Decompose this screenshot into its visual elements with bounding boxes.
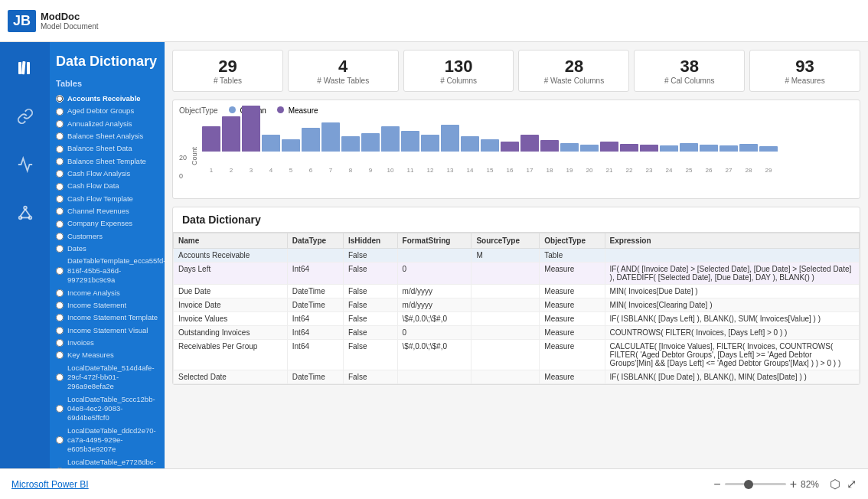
cell-4-4 bbox=[472, 312, 540, 326]
nav-item-balance-sheet-analysis[interactable]: Balance Sheet Analysis bbox=[56, 130, 158, 142]
nav-radio-income-statement[interactable] bbox=[56, 302, 64, 309]
nav-item-cash-flow-data[interactable]: Cash Flow Data bbox=[56, 180, 158, 192]
logo-text: ModDoc Model Document bbox=[41, 11, 99, 31]
table-row-6: Receivables Per GroupInt64False\$#,0.0\;… bbox=[174, 340, 860, 370]
nav-radio-income-statement-visual[interactable] bbox=[56, 327, 64, 334]
nav-item-balance-sheet-data[interactable]: Balance Sheet Data bbox=[56, 142, 158, 155]
nav-radio-local-date-table-3[interactable] bbox=[56, 436, 64, 444]
nav-radio-dates[interactable] bbox=[56, 245, 64, 253]
nav-radio-key-measures[interactable] bbox=[56, 351, 64, 359]
nav-item-key-measures[interactable]: Key Measures bbox=[56, 349, 158, 361]
nav-item-annualized-analysis[interactable]: Annualized Analysis bbox=[56, 118, 158, 130]
nav-radio-local-date-table-1[interactable] bbox=[56, 373, 64, 381]
nav-radio-channel-revenues[interactable] bbox=[56, 207, 64, 215]
svg-rect-0 bbox=[18, 62, 21, 74]
x-label-10: 10 bbox=[381, 167, 400, 174]
nav-radio-accounts-receivable[interactable] bbox=[56, 95, 64, 103]
nav-item-local-date-table-4[interactable]: LocalDateTable_e7728dbc-372f-4b1b-bdc9-c… bbox=[56, 456, 158, 468]
cell-4-2: False bbox=[344, 312, 398, 326]
cell-3-0: Invoice Date bbox=[174, 298, 288, 312]
cell-2-2: False bbox=[344, 285, 398, 298]
expand-button[interactable]: ⤢ bbox=[847, 477, 857, 491]
nav-radio-balance-sheet-analysis[interactable] bbox=[56, 132, 64, 140]
bar-12 bbox=[421, 135, 439, 152]
sidebar-icon-books[interactable] bbox=[7, 50, 44, 86]
stat-value-5: 93 bbox=[761, 57, 849, 77]
nav-radio-cash-flow-data[interactable] bbox=[56, 183, 64, 191]
cell-7-6: IF( ISBLANK( [Due Date] ), BLANK(), MIN(… bbox=[605, 370, 859, 384]
logo-title: ModDoc bbox=[41, 11, 99, 22]
cell-0-1 bbox=[287, 249, 343, 263]
x-label-18: 18 bbox=[540, 167, 559, 174]
nav-title: Data Dictionary bbox=[56, 54, 158, 70]
y-label-0: 0 bbox=[179, 172, 183, 180]
cell-0-4: M bbox=[472, 249, 540, 263]
zoom-percent: 82% bbox=[801, 479, 824, 490]
nav-label-income-statement: Income Statement bbox=[67, 301, 126, 310]
cell-1-0: Days Left bbox=[174, 263, 288, 285]
nav-label-local-date-table-2: LocalDateTable_5ccc12bb-04e8-4ec2-9083-6… bbox=[67, 395, 158, 423]
bar-2 bbox=[222, 116, 240, 152]
cell-0-3 bbox=[397, 249, 472, 263]
nav-item-local-date-table-1[interactable]: LocalDateTable_514d4afe-29cf-472f-bb01-2… bbox=[56, 362, 158, 393]
bar-16 bbox=[501, 142, 519, 152]
cell-2-6: MIN( Invoices[Due Date] ) bbox=[605, 285, 859, 298]
powerbi-link[interactable]: Microsoft Power BI bbox=[11, 479, 89, 490]
nav-radio-balance-sheet-data[interactable] bbox=[56, 145, 64, 153]
nav-item-income-statement[interactable]: Income Statement bbox=[56, 299, 158, 311]
cell-0-5: Table bbox=[540, 249, 605, 263]
stat-label-2: # Columns bbox=[415, 77, 503, 85]
nav-item-local-date-table-3[interactable]: LocalDateTable_ddcd2e70-ca7a-4495-929e-e… bbox=[56, 425, 158, 456]
cell-2-3: m/d/yyyy bbox=[397, 285, 472, 298]
sidebar-icon-link[interactable] bbox=[7, 98, 44, 135]
nav-item-cash-flow-analysis[interactable]: Cash Flow Analysis bbox=[56, 168, 158, 180]
nav-item-income-statement-template[interactable]: Income Statement Template bbox=[56, 311, 158, 324]
zoom-in-button[interactable]: + bbox=[790, 478, 797, 491]
nav-label-income-statement-template: Income Statement Template bbox=[67, 313, 158, 322]
nav-radio-cash-flow-template[interactable] bbox=[56, 195, 64, 203]
nav-radio-company-expenses[interactable] bbox=[56, 220, 64, 228]
nav-item-company-expenses[interactable]: Company Expenses bbox=[56, 217, 158, 230]
nav-item-cash-flow-template[interactable]: Cash Flow Template bbox=[56, 193, 158, 205]
nav-label-income-analysis: Income Analysis bbox=[67, 289, 120, 298]
sidebar-icon-chart[interactable] bbox=[7, 146, 44, 183]
nav-radio-date-table-template[interactable] bbox=[56, 267, 64, 275]
cell-6-3: \$#,0.0\;\$#,0 bbox=[397, 340, 472, 370]
nav-item-date-table-template[interactable]: DateTableTemplate_ecca55fd-816f-45b5-a36… bbox=[56, 255, 158, 286]
nav-radio-aged-debtor-groups[interactable] bbox=[56, 108, 64, 116]
nav-item-aged-debtor-groups[interactable]: Aged Debtor Groups bbox=[56, 105, 158, 117]
cell-7-0: Selected Date bbox=[174, 370, 288, 384]
data-table-section: Data Dictionary NameDataTypeIsHiddenForm… bbox=[172, 207, 860, 385]
nav-radio-annualized-analysis[interactable] bbox=[56, 120, 64, 128]
nav-item-balance-sheet-template[interactable]: Balance Sheet Template bbox=[56, 155, 158, 168]
nav-radio-invoices[interactable] bbox=[56, 339, 64, 347]
nav-item-dates[interactable]: Dates bbox=[56, 243, 158, 255]
nav-label-cash-flow-analysis: Cash Flow Analysis bbox=[67, 169, 130, 178]
stat-card-0: 29# Tables bbox=[172, 50, 283, 92]
nav-radio-local-date-table-2[interactable] bbox=[56, 405, 64, 413]
stat-card-5: 93# Measures bbox=[749, 50, 860, 92]
cell-1-1: Int64 bbox=[287, 263, 343, 285]
nav-radio-balance-sheet-template[interactable] bbox=[56, 158, 64, 165]
sidebar-icon-network[interactable] bbox=[7, 194, 44, 231]
nav-item-local-date-table-2[interactable]: LocalDateTable_5ccc12bb-04e8-4ec2-9083-6… bbox=[56, 393, 158, 425]
svg-line-6 bbox=[20, 209, 24, 216]
nav-item-invoices[interactable]: Invoices bbox=[56, 337, 158, 349]
nav-label-balance-sheet-analysis: Balance Sheet Analysis bbox=[67, 132, 143, 141]
nav-item-income-statement-visual[interactable]: Income Statement Visual bbox=[56, 325, 158, 337]
nav-radio-income-analysis[interactable] bbox=[56, 289, 64, 297]
nav-item-accounts-receivable[interactable]: Accounts Receivable bbox=[56, 93, 158, 105]
cell-1-2: False bbox=[344, 263, 398, 285]
x-label-9: 9 bbox=[361, 167, 380, 174]
nav-radio-customers[interactable] bbox=[56, 233, 64, 240]
bar-24 bbox=[660, 145, 678, 152]
share-button[interactable]: ⬡ bbox=[830, 477, 840, 491]
nav-radio-cash-flow-analysis[interactable] bbox=[56, 170, 64, 178]
stat-card-3: 28# Waste Columns bbox=[518, 50, 629, 92]
zoom-out-button[interactable]: − bbox=[713, 478, 720, 491]
nav-item-income-analysis[interactable]: Income Analysis bbox=[56, 287, 158, 299]
nav-item-customers[interactable]: Customers bbox=[56, 230, 158, 243]
nav-item-channel-revenues[interactable]: Channel Revenues bbox=[56, 205, 158, 217]
nav-radio-income-statement-template[interactable] bbox=[56, 314, 64, 321]
zoom-slider[interactable] bbox=[725, 483, 786, 485]
